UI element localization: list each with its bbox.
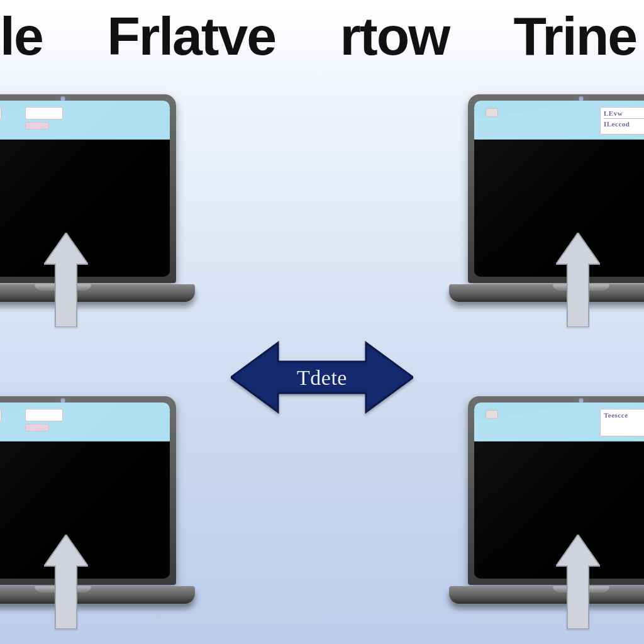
laptop-base [449, 284, 644, 302]
title-word-1: le [0, 9, 43, 63]
laptop-top-left [0, 94, 176, 302]
title-word-2: Frlatve [107, 9, 275, 63]
title-row: le Frlatve rtow Trine [0, 9, 644, 63]
laptop-base [0, 284, 195, 302]
upload-arrow-icon [44, 233, 88, 327]
laptop-bottom-left [0, 396, 176, 604]
upload-arrow-icon [556, 233, 600, 327]
upload-arrow-icon [44, 535, 88, 629]
laptop-screen [0, 94, 176, 283]
title-word-4: Trine [513, 9, 636, 63]
title-word-3: rtow [340, 9, 450, 63]
upload-arrow-icon [556, 535, 600, 629]
sync-double-arrow-icon [231, 336, 413, 418]
laptop-base [0, 586, 195, 604]
laptop-base [449, 586, 644, 604]
laptop-screen [0, 396, 176, 585]
